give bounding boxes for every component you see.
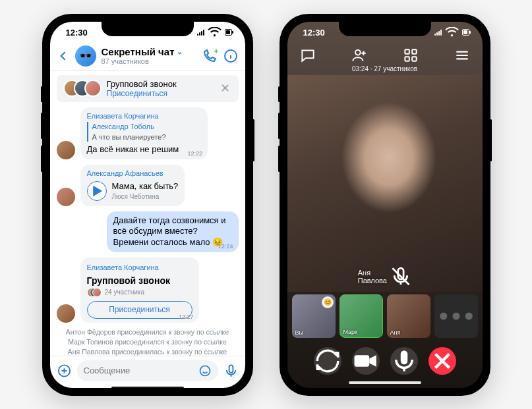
video-icon[interactable] xyxy=(352,347,380,375)
wifi-icon xyxy=(207,27,222,38)
svg-point-12 xyxy=(465,312,472,319)
switch-camera-icon[interactable] xyxy=(314,347,341,375)
svg-point-11 xyxy=(452,312,459,319)
avatar[interactable] xyxy=(57,188,75,206)
thumb-label: Вы xyxy=(295,329,303,336)
signal-icon xyxy=(434,30,442,36)
join-button[interactable]: Присоединиться xyxy=(87,301,192,319)
timestamp: 12:27 xyxy=(179,314,194,321)
attach-icon[interactable] xyxy=(57,362,72,379)
play-icon[interactable] xyxy=(87,181,107,201)
status-time: 12:30 xyxy=(303,28,325,38)
call-icon[interactable]: + xyxy=(202,48,218,64)
message-row: Александр Афанасьев Мама, как быть? Люся… xyxy=(57,165,239,205)
close-icon[interactable]: ✕ xyxy=(219,82,232,95)
home-indicator[interactable] xyxy=(349,381,421,384)
message-row: Елизавета Корчагина Александр Тоболь А ч… xyxy=(57,107,239,160)
main-video[interactable]: Аня Павлова xyxy=(287,75,483,292)
participant-thumbs: 😊 Вы Марк Аня xyxy=(287,292,483,341)
message-list[interactable]: Групповой звонок Присоединиться ✕ Елизав… xyxy=(50,71,245,356)
thumb-user[interactable]: Марк xyxy=(340,294,383,338)
mic-icon[interactable] xyxy=(390,347,418,375)
sender-name: Александр Афанасьев xyxy=(87,169,179,178)
system-message: Марк Топинов присоединился к звонку по с… xyxy=(57,338,239,346)
thumb-label: Марк xyxy=(343,329,358,335)
track-title: Мама, как быть? xyxy=(112,181,179,192)
system-message: Аня Павлова присоединилась к звонку по с… xyxy=(57,348,239,355)
thumb-more[interactable] xyxy=(434,294,478,338)
signal-icon xyxy=(197,30,204,36)
track-artist: Люся Чеботина xyxy=(112,192,179,201)
speaker-label: Аня Павлова xyxy=(358,265,412,287)
timestamp: 12:22 xyxy=(187,150,202,158)
thumb-user[interactable]: Аня xyxy=(387,294,430,338)
sender-name: Елизавета Корчагина xyxy=(87,111,201,121)
reaction-icon[interactable]: 😊 xyxy=(322,296,334,308)
svg-rect-8 xyxy=(412,57,417,61)
mic-icon[interactable] xyxy=(223,362,239,379)
reply-quote: Александр Тоболь А что вы планируете? xyxy=(87,122,201,142)
call-chat-icon[interactable] xyxy=(299,47,316,64)
battery-icon xyxy=(225,29,232,36)
thumb-label: Аня xyxy=(390,329,401,336)
chat-header: 🕶️ Секретный чат⌄ 87 участников + xyxy=(50,44,245,71)
emoji-icon[interactable] xyxy=(198,364,212,377)
call-participants: 24 участника xyxy=(105,288,145,296)
info-icon[interactable] xyxy=(223,48,239,64)
chevron-down-icon: ⌄ xyxy=(177,47,183,56)
message-input[interactable] xyxy=(84,366,194,375)
call-banner: Групповой звонок Присоединиться ✕ xyxy=(57,75,239,102)
svg-point-2 xyxy=(200,366,210,375)
call-participants-count: 27 участников xyxy=(374,65,417,72)
thumb-self[interactable]: 😊 Вы xyxy=(292,294,336,338)
grid-icon[interactable] xyxy=(402,47,419,64)
svg-rect-6 xyxy=(412,49,417,54)
mic-off-icon xyxy=(390,265,411,287)
home-indicator[interactable] xyxy=(111,387,184,388)
menu-icon[interactable] xyxy=(454,47,471,64)
chat-title-block[interactable]: Секретный чат⌄ 87 участников xyxy=(102,46,196,65)
message-text: Давайте тогда созвонимся и всё обсудим в… xyxy=(113,215,226,248)
call-duration: 03:24 xyxy=(352,65,369,72)
banner-title: Групповой звонок xyxy=(107,79,214,89)
avatar[interactable] xyxy=(57,304,75,323)
svg-rect-13 xyxy=(354,355,369,367)
call-meta: 03:24 · 27 участников xyxy=(287,65,483,75)
status-time: 12:30 xyxy=(66,28,88,38)
message-composer xyxy=(50,356,245,385)
system-message: Антон Фёдоров присоединился к звонку по … xyxy=(57,328,239,336)
svg-rect-7 xyxy=(405,57,409,61)
message-row: Елизавета Корчагина Групповой звонок 24 … xyxy=(57,258,239,323)
sender-name: Елизавета Корчагина xyxy=(87,263,192,272)
call-top-bar xyxy=(287,44,483,65)
wifi-icon xyxy=(444,27,459,38)
svg-rect-3 xyxy=(229,365,233,373)
svg-point-4 xyxy=(355,49,361,55)
end-call-button[interactable] xyxy=(429,347,456,375)
chat-avatar[interactable]: 🕶️ xyxy=(75,45,96,67)
back-icon[interactable] xyxy=(57,49,70,63)
call-card-title: Групповой звонок xyxy=(87,275,192,286)
chat-subtitle: 87 участников xyxy=(102,57,196,65)
call-controls xyxy=(287,341,483,380)
timestamp: 12:24 xyxy=(218,243,233,251)
svg-point-10 xyxy=(440,312,447,319)
svg-rect-5 xyxy=(405,49,409,54)
add-user-icon[interactable] xyxy=(351,47,368,64)
message-text: Да всё никак не решим xyxy=(87,144,179,154)
chat-title: Секретный чат xyxy=(102,46,175,57)
battery-icon xyxy=(462,29,469,36)
message-row: Давайте тогда созвонимся и всё обсудим в… xyxy=(57,211,239,253)
banner-join-link[interactable]: Присоединиться xyxy=(107,89,214,98)
svg-rect-14 xyxy=(400,350,407,364)
avatar[interactable] xyxy=(57,141,75,159)
